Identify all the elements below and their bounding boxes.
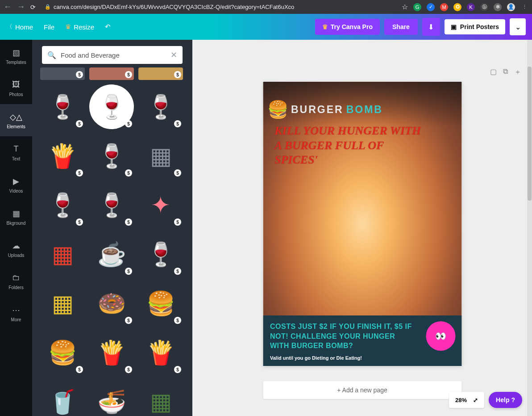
nav-label: More: [11, 317, 21, 322]
element-tile[interactable]: 🍟$: [40, 134, 85, 178]
element-tile[interactable]: 🍔$: [40, 330, 85, 375]
poster-canvas[interactable]: 🍔 BURGER BOMB KILL YOUR HUNGER WITH A BU…: [263, 82, 461, 366]
browser-bar: ← → ⟳ 🔒 canva.com/design/DADxEmf-kYs/6UW…: [0, 0, 532, 14]
element-tile[interactable]: 🍷$: [89, 84, 134, 129]
element-tile[interactable]: ☕$: [89, 232, 134, 277]
zoom-control[interactable]: 28% ⤢: [449, 392, 484, 408]
ext-icon-5[interactable]: K: [467, 3, 475, 11]
element-tile[interactable]: 🍜: [89, 379, 134, 416]
premium-badge: $: [76, 169, 83, 176]
try-pro-button[interactable]: ♛Try Canva Pro: [315, 19, 380, 35]
back-icon[interactable]: ←: [4, 2, 12, 12]
element-tile[interactable]: 🍷$: [40, 183, 85, 227]
crown-icon: ♛: [322, 23, 328, 30]
try-pro-label: Try Canva Pro: [331, 23, 373, 30]
element-tile[interactable]: 🍷$: [89, 183, 134, 227]
notes-icon[interactable]: ▢: [490, 67, 497, 77]
premium-badge: $: [76, 71, 83, 78]
element-tile[interactable]: 🍟$: [138, 330, 183, 375]
nav-templates[interactable]: ▧Templates: [0, 40, 32, 72]
element-tile[interactable]: 🍟$: [89, 330, 134, 375]
menu-icon[interactable]: ⋮: [520, 3, 528, 11]
element-tile[interactable]: 🍷$: [40, 84, 85, 129]
nav-photos[interactable]: 🖼Photos: [0, 72, 32, 104]
url-bar[interactable]: 🔒 canva.com/design/DADxEmf-kYs/6UWvvvdAC…: [41, 4, 396, 10]
elements-grid: $$$🍷$🍷$🍷$🍟$🍷$▦$🍷$🍷$✦$▦☕$🍷$▦🍩$🍔$🍔$🍟$🍟$🥤🍜▦: [32, 67, 192, 416]
nav-folders[interactable]: 🗀Folders: [0, 265, 32, 297]
poster-brand[interactable]: 🍔 BURGER BOMB: [267, 100, 383, 119]
element-glyph: 🍟: [146, 339, 175, 366]
element-tile[interactable]: ▦$: [138, 134, 183, 178]
poster-tagline[interactable]: KILL YOUR HUNGER WITH A BURGER FULL OF S…: [274, 124, 426, 168]
vertical-nav: ▧Templates 🖼Photos ◇△Elements TText ▶Vid…: [0, 40, 32, 416]
search-input[interactable]: [61, 51, 166, 59]
nav-more[interactable]: ⋯More: [0, 297, 32, 329]
add-page-label: + Add a new page: [337, 387, 387, 394]
element-tile[interactable]: ▦: [40, 281, 85, 326]
element-tile[interactable]: 🍩$: [89, 281, 134, 326]
download-button[interactable]: ⬇: [422, 18, 440, 36]
ext-icon-2[interactable]: ✓: [427, 3, 435, 11]
element-tile[interactable]: 🍔$: [138, 281, 183, 326]
ext-icon-6[interactable]: ⓑ: [480, 3, 488, 11]
element-tile[interactable]: $: [40, 67, 85, 80]
ext-icon-3[interactable]: M: [440, 3, 448, 11]
clear-search-icon[interactable]: ✕: [170, 50, 177, 60]
help-button[interactable]: Help ?: [489, 392, 522, 408]
ext-icon-4[interactable]: ✪: [453, 3, 461, 11]
scrollbar-thumb[interactable]: [528, 67, 532, 201]
burger-icon: 🍔: [267, 100, 288, 119]
element-tile[interactable]: ✦$: [138, 183, 183, 227]
resize-button[interactable]: ♛Resize: [65, 23, 94, 31]
element-glyph: 🍷: [97, 93, 126, 121]
premium-badge: $: [76, 120, 83, 127]
vertical-scrollbar[interactable]: [527, 40, 532, 416]
element-glyph: 🍷: [146, 241, 175, 268]
ext-icon-7[interactable]: ✼: [494, 3, 502, 11]
nav-videos[interactable]: ▶Videos: [0, 168, 32, 201]
element-glyph: 🍷: [48, 192, 77, 219]
element-tile[interactable]: ▦: [40, 232, 85, 277]
ext-icon-1[interactable]: G: [413, 3, 421, 11]
poster-bottom-band[interactable]: COSTS JUST $2 IF YOU FINISH IT, $5 IF NO…: [263, 315, 461, 366]
poster-sub: Valid until you go Dieting or Die Eating…: [270, 355, 454, 361]
element-tile[interactable]: $: [89, 67, 134, 80]
avatar[interactable]: 👤: [507, 3, 515, 11]
file-label: File: [44, 23, 54, 31]
file-button[interactable]: File: [44, 23, 54, 31]
donut-icon: [426, 321, 455, 351]
nav-background[interactable]: ▦Bkground: [0, 201, 32, 233]
element-tile[interactable]: 🍷$: [138, 232, 183, 277]
element-glyph: 🍷: [97, 143, 126, 170]
page-toolbar: ▢ ⧉ ＋: [490, 67, 521, 77]
share-label: Share: [392, 23, 410, 30]
star-icon[interactable]: ☆: [402, 3, 408, 11]
print-posters-button[interactable]: ▣Print Posters: [445, 19, 505, 34]
home-button[interactable]: 〈Home: [6, 23, 33, 31]
nav-text[interactable]: TText: [0, 136, 32, 168]
element-tile[interactable]: 🍷$: [138, 84, 183, 129]
reload-icon[interactable]: ⟳: [30, 4, 36, 11]
chevron-left-icon: 〈: [6, 23, 12, 31]
duplicate-page-icon[interactable]: ⧉: [503, 67, 508, 77]
undo-button[interactable]: ↶: [105, 23, 111, 31]
add-page-button[interactable]: + Add a new page: [263, 381, 461, 399]
nav-label: Folders: [8, 285, 23, 290]
add-page-icon[interactable]: ＋: [514, 67, 521, 77]
element-tile[interactable]: $: [138, 67, 183, 80]
premium-badge: $: [174, 169, 181, 176]
nav-uploads[interactable]: ☁Uploads: [0, 233, 32, 265]
forward-icon[interactable]: →: [17, 2, 25, 12]
element-tile[interactable]: ▦: [138, 379, 183, 416]
search-box[interactable]: 🔍 ✕: [42, 46, 183, 64]
print-dropdown[interactable]: ⌄: [510, 18, 526, 35]
premium-badge: $: [174, 120, 181, 127]
fullscreen-icon[interactable]: ⤢: [473, 397, 478, 403]
nav-elements[interactable]: ◇△Elements: [0, 104, 32, 136]
element-tile[interactable]: 🍷$: [89, 134, 134, 178]
element-tile[interactable]: 🥤: [40, 379, 85, 416]
text-icon: T: [11, 144, 21, 155]
share-button[interactable]: Share: [384, 19, 418, 35]
nav-label: Text: [12, 156, 20, 161]
print-label: Print Posters: [460, 23, 499, 30]
